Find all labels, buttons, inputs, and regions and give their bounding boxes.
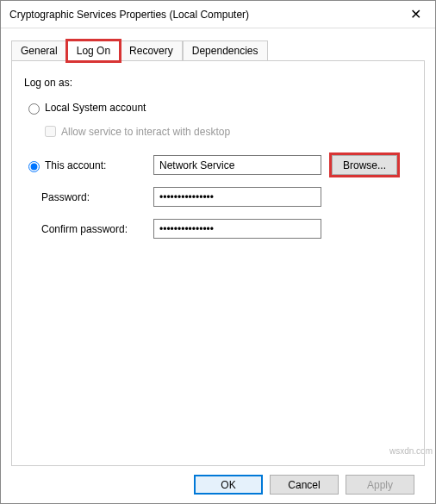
checkbox-interact-desktop-row: Allow service to interact with desktop [41,123,412,140]
apply-button: Apply [346,475,414,495]
password-input[interactable] [153,187,321,207]
logon-as-heading: Log on as: [24,77,412,89]
dialog-button-bar: OK Cancel Apply [11,466,425,503]
tab-logon[interactable]: Log On [67,40,120,61]
tab-dependencies[interactable]: Dependencies [183,40,268,61]
tab-strip: General Log On Recovery Dependencies [11,40,425,60]
password-label: Password: [24,191,153,203]
tab-general[interactable]: General [11,40,67,61]
window-title: Cryptographic Services Properties (Local… [9,9,249,21]
this-account-row: This account: Browse... [24,155,412,175]
radio-local-system-label: Local System account [45,102,146,114]
checkbox-interact-desktop-label: Allow service to interact with desktop [61,126,230,138]
confirm-password-input[interactable] [153,219,321,239]
confirm-password-label: Confirm password: [24,223,153,235]
tab-recovery[interactable]: Recovery [120,40,183,61]
radio-this-account[interactable] [28,161,40,172]
browse-button[interactable]: Browse... [332,155,397,175]
password-row: Password: [24,187,412,207]
checkbox-interact-desktop [45,126,56,137]
properties-dialog: Cryptographic Services Properties (Local… [0,0,436,504]
close-icon[interactable]: ✕ [396,1,435,28]
confirm-password-row: Confirm password: [24,219,412,239]
this-account-label: This account: [45,159,106,171]
titlebar: Cryptographic Services Properties (Local… [1,1,435,28]
cancel-button[interactable]: Cancel [270,475,339,495]
ok-button[interactable]: OK [194,475,263,495]
tabs-container: General Log On Recovery Dependencies Log… [1,28,435,503]
radio-local-system[interactable] [28,103,40,115]
this-account-input[interactable] [153,155,321,175]
radio-local-system-row: Local System account [24,101,412,115]
tab-panel-logon: Log on as: Local System account Allow se… [11,60,425,466]
